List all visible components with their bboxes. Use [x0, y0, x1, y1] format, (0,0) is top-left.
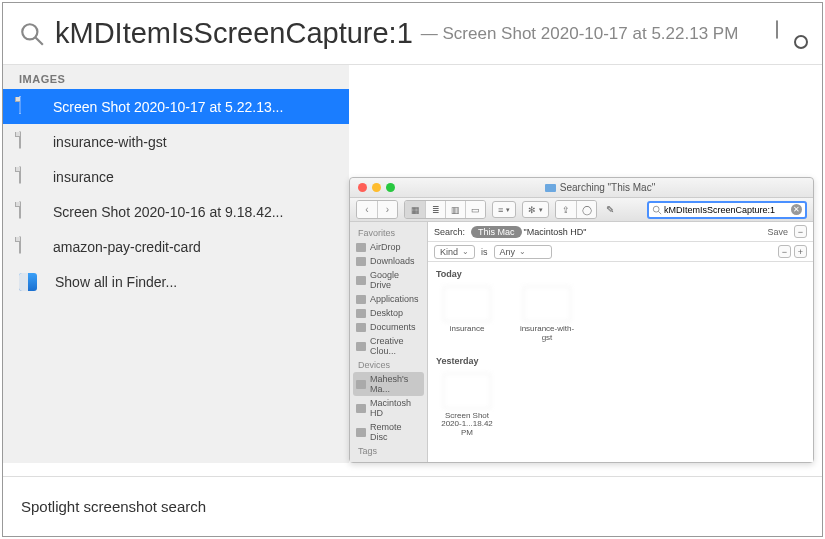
nav-back-button[interactable]: ‹	[357, 201, 377, 218]
sidebar-section-devices: Devices	[350, 358, 427, 372]
finder-search-input[interactable]	[664, 205, 789, 215]
image-file-icon	[19, 237, 35, 257]
sidebar-item-icon	[356, 323, 366, 332]
finder-window: Searching "This Mac" ‹ › ▦ ≣ ▥ ▭	[349, 177, 814, 463]
sidebar-item-label: Applications	[370, 294, 419, 304]
spotlight-result-item[interactable]: Screen Shot 2020-10-17 at 5.22.13...	[3, 89, 349, 124]
sidebar-item-icon	[356, 428, 366, 437]
add-filter-button[interactable]: +	[794, 245, 807, 258]
sidebar-item-label: Google Drive	[370, 270, 421, 290]
file-thumbnail[interactable]: insurance-with-gst	[516, 286, 578, 343]
svg-line-1	[35, 37, 43, 45]
sidebar-item-icon	[356, 243, 366, 252]
result-label: insurance	[53, 169, 114, 185]
sidebar-item-icon	[356, 276, 366, 285]
result-label: insurance-with-gst	[53, 134, 167, 150]
sidebar-item[interactable]: Creative Clou...	[350, 334, 427, 358]
arrange-menu[interactable]: ≡ ▾	[492, 201, 516, 218]
result-label: Screen Shot 2020-10-17 at 5.22.13...	[53, 99, 283, 115]
image-file-icon	[19, 167, 35, 187]
svg-point-2	[653, 206, 659, 212]
view-columns-button[interactable]: ▥	[445, 201, 465, 218]
thumbnail-image	[523, 286, 571, 322]
thumbnail-image	[443, 286, 491, 322]
preview-app-icon	[776, 21, 806, 47]
finder-sidebar: Favorites AirDropDownloadsGoogle DriveAp…	[350, 222, 428, 462]
sidebar-item[interactable]: Downloads	[350, 254, 427, 268]
filter-op: is	[481, 247, 488, 257]
spotlight-result-item[interactable]: amazon-pay-credit-card	[3, 229, 349, 264]
filter-field-select[interactable]: Kind	[434, 245, 475, 259]
sidebar-item-label: Documents	[370, 322, 416, 332]
sidebar-item-label: Macintosh HD	[370, 398, 421, 418]
scope-this-mac[interactable]: This Mac	[471, 226, 522, 238]
spotlight-results-list: IMAGES Screen Shot 2020-10-17 at 5.22.13…	[3, 65, 349, 463]
spotlight-result-item[interactable]: Show all in Finder...	[3, 264, 349, 299]
window-minimize-button[interactable]	[372, 183, 381, 192]
finder-title: Searching "This Mac"	[560, 182, 655, 193]
folder-icon	[545, 184, 556, 192]
window-zoom-button[interactable]	[386, 183, 395, 192]
group-heading: Today	[436, 266, 805, 282]
sidebar-item-label: AirDrop	[370, 242, 401, 252]
sidebar-item-icon	[356, 309, 366, 318]
svg-point-0	[22, 24, 37, 39]
nav-forward-button[interactable]: ›	[377, 201, 397, 218]
sidebar-item[interactable]: Documents	[350, 320, 427, 334]
view-icons-button[interactable]: ▦	[405, 201, 425, 218]
scope-current-folder[interactable]: "Macintosh HD"	[524, 227, 587, 237]
spotlight-subtitle: — Screen Shot 2020-10-17 at 5.22.13 PM	[421, 24, 739, 44]
thumbnail-label: insurance	[450, 325, 485, 334]
svg-line-3	[658, 211, 661, 214]
sidebar-item[interactable]: AirDrop	[350, 240, 427, 254]
sidebar-item[interactable]: Remote Disc	[350, 420, 427, 444]
sidebar-item-icon	[356, 342, 366, 351]
file-thumbnail[interactable]: Screen Shot 2020-1...18.42 PM	[436, 373, 498, 438]
view-gallery-button[interactable]: ▭	[465, 201, 485, 218]
clear-search-button[interactable]: ✕	[791, 204, 802, 215]
image-file-icon	[19, 132, 35, 152]
spotlight-query[interactable]: kMDItemIsScreenCapture:1	[55, 17, 413, 50]
thumbnail-label: Screen Shot 2020-1...18.42 PM	[436, 412, 498, 438]
spotlight-result-item[interactable]: Screen Shot 2020-10-16 at 9.18.42...	[3, 194, 349, 229]
caption: Spotlight screenshot search	[3, 476, 822, 536]
window-close-button[interactable]	[358, 183, 367, 192]
sidebar-section-tags: Tags	[350, 444, 427, 458]
remove-criteria-button[interactable]: −	[794, 225, 807, 238]
result-label: amazon-pay-credit-card	[53, 239, 201, 255]
image-file-icon	[19, 97, 35, 117]
view-list-button[interactable]: ≣	[425, 201, 445, 218]
share-button[interactable]: ⇪	[556, 201, 576, 218]
finder-search-field[interactable]: ✕	[647, 201, 807, 219]
edit-tags-icon[interactable]: ✎	[603, 203, 617, 217]
spotlight-preview-pane: Searching "This Mac" ‹ › ▦ ≣ ▥ ▭	[349, 65, 822, 463]
finder-icon	[19, 273, 37, 291]
spotlight-result-item[interactable]: insurance-with-gst	[3, 124, 349, 159]
thumbnail-image	[443, 373, 491, 409]
sidebar-item-label: Remote Disc	[370, 422, 421, 442]
sidebar-item-label: Mahesh's Ma...	[370, 374, 421, 394]
filter-value-select[interactable]: Any	[494, 245, 552, 259]
result-label: Screen Shot 2020-10-16 at 9.18.42...	[53, 204, 283, 220]
save-search-button[interactable]: Save	[767, 227, 788, 237]
sidebar-item-icon	[356, 257, 366, 266]
result-label: Show all in Finder...	[55, 274, 177, 290]
spotlight-result-item[interactable]: insurance	[3, 159, 349, 194]
sidebar-item[interactable]: Macintosh HD	[350, 396, 427, 420]
sidebar-item-label: Desktop	[370, 308, 403, 318]
sidebar-item-label: Creative Clou...	[370, 336, 421, 356]
file-thumbnail[interactable]: insurance	[436, 286, 498, 343]
tags-button[interactable]: ◯	[576, 201, 596, 218]
search-icon	[19, 21, 45, 47]
search-icon	[652, 205, 662, 215]
caption-text: Spotlight screenshot search	[21, 498, 206, 515]
remove-filter-button[interactable]: −	[778, 245, 791, 258]
sidebar-item[interactable]: Applications	[350, 292, 427, 306]
search-scope-label: Search:	[434, 227, 465, 237]
action-menu[interactable]: ✻ ▾	[522, 201, 549, 218]
group-heading: Yesterday	[436, 353, 805, 369]
sidebar-item[interactable]: Desktop	[350, 306, 427, 320]
sidebar-item[interactable]: Mahesh's Ma...	[353, 372, 424, 396]
results-section-header: IMAGES	[3, 65, 349, 89]
sidebar-item[interactable]: Google Drive	[350, 268, 427, 292]
